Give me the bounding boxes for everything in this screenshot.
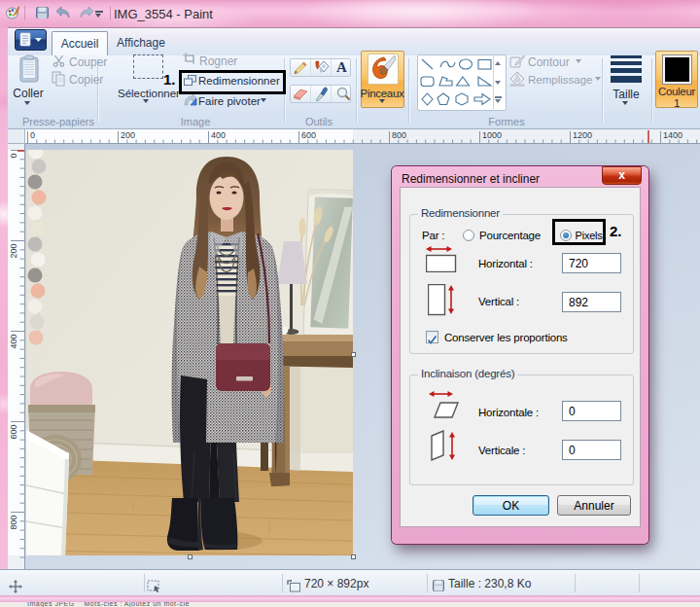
svg-text:1400: 1400 — [663, 130, 682, 140]
svg-text:800: 800 — [9, 516, 18, 530]
svg-text:400: 400 — [211, 130, 226, 140]
svg-text:200: 200 — [9, 244, 18, 259]
svg-text:1000: 1000 — [482, 130, 502, 140]
svg-text:0: 0 — [9, 154, 18, 159]
svg-text:800: 800 — [392, 130, 406, 140]
svg-text:200: 200 — [121, 130, 135, 140]
svg-text:0: 0 — [30, 130, 35, 140]
svg-text:600: 600 — [301, 130, 316, 140]
svg-text:600: 600 — [9, 425, 18, 440]
svg-text:400: 400 — [9, 335, 18, 349]
svg-text:A: A — [336, 60, 347, 74]
svg-text:1200: 1200 — [573, 130, 592, 140]
